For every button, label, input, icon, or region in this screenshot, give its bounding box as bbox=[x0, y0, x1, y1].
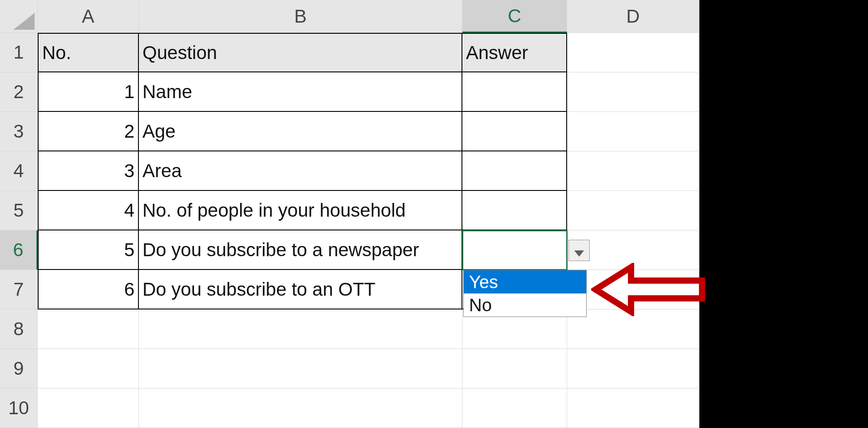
cell-C6[interactable] bbox=[462, 230, 567, 270]
cell-B7[interactable]: Do you subscribe to an OTT bbox=[139, 270, 462, 309]
row-1: 1 No. Question Answer bbox=[0, 33, 699, 72]
row-header-6[interactable]: 6 bbox=[0, 230, 38, 270]
cell-B2[interactable]: Name bbox=[139, 72, 462, 112]
row-header-8[interactable]: 8 bbox=[0, 309, 38, 349]
cell-B5[interactable]: No. of people in your household bbox=[139, 191, 462, 230]
cell-C5[interactable] bbox=[462, 191, 567, 230]
cell-B3[interactable]: Age bbox=[139, 112, 462, 151]
cell-D3[interactable] bbox=[567, 112, 699, 151]
cell-B9[interactable] bbox=[139, 349, 462, 388]
row-header-3[interactable]: 3 bbox=[0, 112, 38, 151]
col-header-A[interactable]: A bbox=[38, 0, 139, 33]
spreadsheet: A B C D 1 No. Question Answer 2 1 Name 3… bbox=[0, 0, 868, 428]
cell-A8[interactable] bbox=[38, 309, 139, 349]
grid: A B C D 1 No. Question Answer 2 1 Name 3… bbox=[0, 0, 699, 428]
row-header-4[interactable]: 4 bbox=[0, 151, 38, 191]
row-header-10[interactable]: 10 bbox=[0, 388, 38, 428]
cell-A5[interactable]: 4 bbox=[38, 191, 139, 230]
cell-A3[interactable]: 2 bbox=[38, 112, 139, 151]
row-3: 3 2 Age bbox=[0, 112, 699, 151]
cell-A10[interactable] bbox=[38, 388, 139, 428]
cell-A4[interactable]: 3 bbox=[38, 151, 139, 191]
dropdown-button[interactable] bbox=[568, 240, 590, 261]
column-header-row: A B C D bbox=[0, 0, 699, 33]
cell-B4[interactable]: Area bbox=[139, 151, 462, 191]
cell-C10[interactable] bbox=[462, 388, 567, 428]
col-header-C[interactable]: C bbox=[462, 0, 567, 33]
col-header-D[interactable]: D bbox=[567, 0, 699, 33]
cell-D10[interactable] bbox=[567, 388, 699, 428]
row-10: 10 bbox=[0, 388, 699, 428]
row-header-9[interactable]: 9 bbox=[0, 349, 38, 388]
cell-A6[interactable]: 5 bbox=[38, 230, 139, 270]
cell-B6[interactable]: Do you subscribe to a newspaper bbox=[139, 230, 462, 270]
cell-A2[interactable]: 1 bbox=[38, 72, 139, 112]
row-header-5[interactable]: 5 bbox=[0, 191, 38, 230]
select-all-corner[interactable] bbox=[0, 0, 38, 33]
dropdown-list[interactable]: Yes No bbox=[463, 270, 587, 317]
row-9: 9 bbox=[0, 349, 699, 388]
cell-A7[interactable]: 6 bbox=[38, 270, 139, 309]
svg-marker-0 bbox=[574, 250, 584, 257]
cell-B1[interactable]: Question bbox=[139, 33, 462, 72]
row-4: 4 3 Area bbox=[0, 151, 699, 191]
dropdown-option-no[interactable]: No bbox=[464, 293, 586, 317]
black-strip bbox=[699, 0, 868, 428]
row-5: 5 4 No. of people in your household bbox=[0, 191, 699, 230]
dropdown-option-yes[interactable]: Yes bbox=[464, 270, 586, 293]
col-header-B[interactable]: B bbox=[139, 0, 462, 33]
cell-C9[interactable] bbox=[462, 349, 567, 388]
cell-B8[interactable] bbox=[139, 309, 462, 349]
cell-C1[interactable]: Answer bbox=[462, 33, 567, 72]
cell-B10[interactable] bbox=[139, 388, 462, 428]
cell-A1[interactable]: No. bbox=[38, 33, 139, 72]
cell-C2[interactable] bbox=[462, 72, 567, 112]
cell-C3[interactable] bbox=[462, 112, 567, 151]
row-header-1[interactable]: 1 bbox=[0, 33, 38, 72]
cell-C4[interactable] bbox=[462, 151, 567, 191]
cell-D9[interactable] bbox=[567, 349, 699, 388]
row-2: 2 1 Name bbox=[0, 72, 699, 112]
cell-A9[interactable] bbox=[38, 349, 139, 388]
cell-D2[interactable] bbox=[567, 72, 699, 112]
row-header-2[interactable]: 2 bbox=[0, 72, 38, 112]
annotation-arrow-icon bbox=[591, 263, 706, 321]
row-header-7[interactable]: 7 bbox=[0, 270, 38, 309]
cell-D1[interactable] bbox=[567, 33, 699, 72]
cell-D4[interactable] bbox=[567, 151, 699, 191]
chevron-down-icon bbox=[574, 240, 584, 261]
cell-D5[interactable] bbox=[567, 191, 699, 230]
